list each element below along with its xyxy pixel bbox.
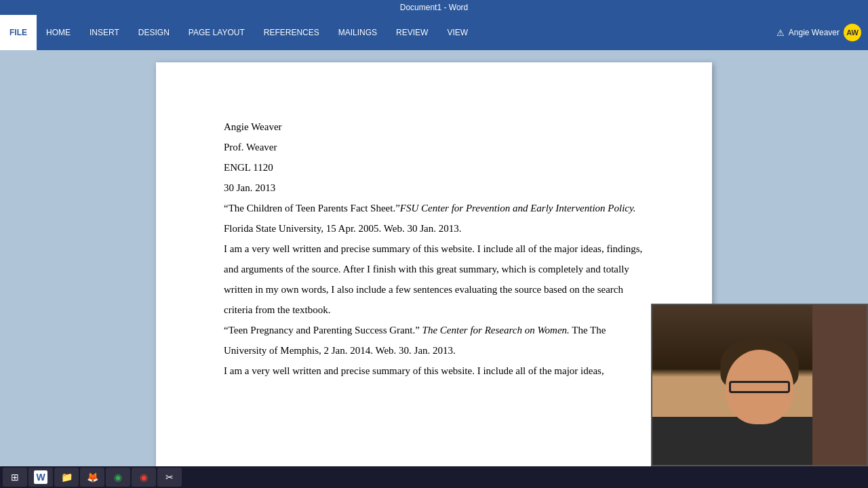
user-avatar[interactable]: AW: [844, 24, 861, 41]
citation2-before: “Teen Pregnancy and Parenting Success Gr…: [224, 325, 420, 336]
start-button[interactable]: ⊞: [3, 468, 27, 487]
citation2-italic: The Center for Research on Women.: [422, 325, 570, 336]
title-text: Document1 - Word: [400, 3, 468, 12]
word-icon: W: [34, 470, 47, 484]
webcam-video: [652, 305, 867, 465]
taskbar-word[interactable]: W: [28, 468, 53, 487]
tab-design[interactable]: DESIGN: [129, 15, 179, 50]
citation2-the: The: [570, 325, 588, 336]
taskbar-firefox[interactable]: 🦊: [80, 468, 104, 487]
tab-home[interactable]: HOME: [37, 15, 80, 50]
snippet-icon: ✂: [163, 470, 176, 484]
citation1-after: Florida State University, 15 Apr. 2005. …: [224, 223, 461, 234]
taskbar-files[interactable]: 📁: [54, 468, 79, 487]
citation2: “Teen Pregnancy and Parenting Success Gr…: [224, 320, 644, 361]
tab-file[interactable]: FILE: [0, 15, 37, 50]
person-glasses: [729, 381, 790, 393]
document-page[interactable]: Angie Weaver Prof. Weaver ENGL 1120 30 J…: [156, 62, 712, 466]
taskbar-chrome2[interactable]: ◉: [132, 468, 156, 487]
user-area: ⚠ Angie Weaver AW: [776, 15, 868, 50]
title-bar: Document1 - Word: [0, 0, 868, 15]
tab-mailings[interactable]: MAILINGS: [329, 15, 387, 50]
ribbon: FILE HOME INSERT DESIGN PAGE LAYOUT REFE…: [0, 15, 868, 50]
course-line: ENGL 1120: [224, 157, 644, 178]
citation1: “The Children of Teen Parents Fact Sheet…: [224, 198, 644, 239]
taskbar: ⊞ W 📁 🦊 ◉ ◉ ✂: [0, 466, 868, 488]
username: Angie Weaver: [789, 28, 840, 37]
chrome-icon: ◉: [111, 470, 125, 484]
summary2-text: I am a very well written and precise sum…: [224, 361, 644, 381]
chrome2-icon: ◉: [137, 470, 151, 484]
windows-icon: ⊞: [8, 470, 22, 484]
date-line: 30 Jan. 2013: [224, 178, 644, 198]
webcam-overlay: [651, 304, 868, 466]
person-face: [726, 350, 793, 424]
summary1-text: I am a very well written and precise sum…: [224, 239, 644, 320]
firefox-icon: 🦊: [85, 470, 99, 484]
tab-view[interactable]: VIEW: [437, 15, 477, 50]
citation1-italic: FSU Center for Prevention and Early Inte…: [400, 203, 636, 214]
citation1-before: “The Children of Teen Parents Fact Sheet…: [224, 203, 400, 214]
tab-review[interactable]: REVIEW: [387, 15, 437, 50]
tab-page-layout[interactable]: PAGE LAYOUT: [179, 15, 254, 50]
professor-line: Prof. Weaver: [224, 137, 644, 157]
tab-references[interactable]: REFERENCES: [254, 15, 329, 50]
taskbar-chrome1[interactable]: ◉: [106, 468, 130, 487]
files-icon: 📁: [60, 470, 73, 484]
bookshelf: [812, 305, 867, 465]
author-line: Angie Weaver: [224, 117, 644, 137]
which-is-text: which is: [502, 264, 536, 274]
tab-insert[interactable]: INSERT: [80, 15, 129, 50]
taskbar-snippet[interactable]: ✂: [157, 468, 182, 487]
